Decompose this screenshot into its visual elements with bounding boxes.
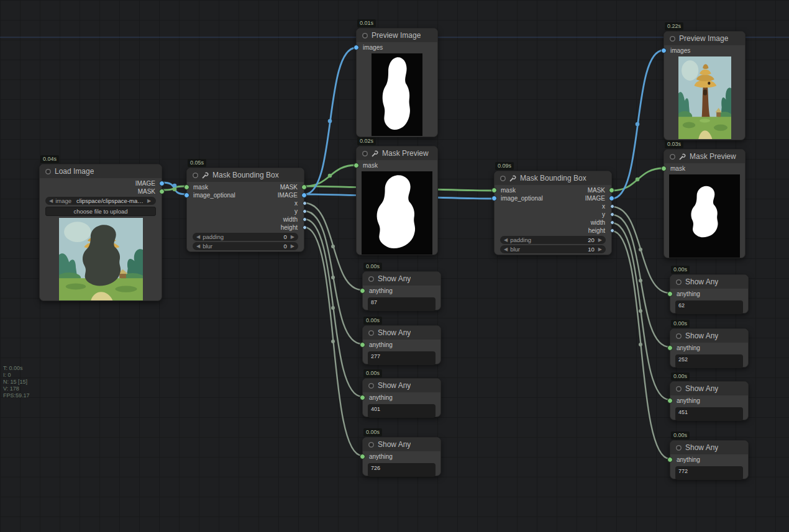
node-show-any-5[interactable]: 0.00s Show Any anything 62 bbox=[670, 274, 749, 313]
output-port-y[interactable] bbox=[610, 212, 614, 217]
node-titlebar[interactable]: Mask Preview bbox=[357, 147, 437, 160]
output-port-image[interactable] bbox=[159, 181, 165, 186]
node-show-any-6[interactable]: 0.00s Show Any anything 252 bbox=[670, 328, 749, 367]
decrement-arrow-icon[interactable]: ◀ bbox=[504, 245, 508, 253]
node-mask-bounding-box-2[interactable]: 0.09s Mask Bounding Box mask MASK image_… bbox=[494, 171, 612, 255]
next-value-arrow-icon[interactable]: ▶ bbox=[147, 197, 151, 205]
collapse-dot-icon[interactable] bbox=[670, 154, 675, 160]
node-titlebar[interactable]: Show Any bbox=[363, 379, 440, 392]
input-port-mask[interactable] bbox=[184, 184, 189, 190]
output-port-mask[interactable] bbox=[609, 187, 614, 193]
blur-widget[interactable]: ◀ blur 0 ▶ bbox=[193, 242, 298, 250]
collapse-dot-icon[interactable] bbox=[676, 279, 682, 285]
show-any-value[interactable]: 401 bbox=[368, 404, 436, 418]
output-port-x[interactable] bbox=[303, 201, 307, 205]
node-titlebar[interactable]: Show Any bbox=[363, 272, 440, 286]
show-any-value[interactable]: 62 bbox=[675, 300, 743, 314]
node-titlebar[interactable]: Show Any bbox=[363, 326, 440, 340]
node-show-any-2[interactable]: 0.00s Show Any anything 277 bbox=[362, 325, 441, 364]
collapse-dot-icon[interactable] bbox=[670, 36, 675, 42]
padding-widget[interactable]: ◀ padding 20 ▶ bbox=[500, 236, 606, 244]
collapse-dot-icon[interactable] bbox=[362, 33, 368, 38]
input-port-anything[interactable] bbox=[667, 345, 673, 351]
increment-arrow-icon[interactable]: ▶ bbox=[291, 242, 294, 250]
input-port-images[interactable] bbox=[661, 48, 667, 53]
collapse-dot-icon[interactable] bbox=[676, 445, 682, 451]
output-port-y[interactable] bbox=[303, 209, 307, 214]
blur-widget[interactable]: ◀ blur 10 ▶ bbox=[500, 245, 606, 253]
increment-arrow-icon[interactable]: ▶ bbox=[598, 245, 602, 253]
node-mask-preview-2[interactable]: 0.03s Mask Preview mask bbox=[664, 149, 746, 258]
input-port-anything[interactable] bbox=[667, 457, 673, 462]
show-any-value[interactable]: 451 bbox=[675, 407, 743, 421]
show-any-value[interactable]: 252 bbox=[675, 354, 743, 368]
input-port-mask[interactable] bbox=[491, 187, 497, 193]
collapse-dot-icon[interactable] bbox=[45, 169, 51, 174]
decrement-arrow-icon[interactable]: ◀ bbox=[196, 242, 200, 250]
node-show-any-1[interactable]: 0.00s Show Any anything 87 bbox=[362, 271, 441, 310]
node-titlebar[interactable]: Preview Image bbox=[357, 29, 437, 42]
output-port-width[interactable] bbox=[303, 217, 307, 222]
node-titlebar[interactable]: Show Any bbox=[670, 382, 748, 395]
output-port-image[interactable] bbox=[301, 192, 307, 198]
decrement-arrow-icon[interactable]: ◀ bbox=[196, 233, 200, 241]
image-combo-widget[interactable]: ◀ image clipspace/clipspace-mask-139318.… bbox=[45, 197, 156, 205]
collapse-dot-icon[interactable] bbox=[368, 330, 374, 336]
node-titlebar[interactable]: Preview Image bbox=[664, 32, 745, 45]
show-any-value[interactable]: 277 bbox=[368, 351, 436, 365]
node-mask-preview-1[interactable]: 0.02s Mask Preview mask bbox=[356, 146, 438, 255]
node-show-any-7[interactable]: 0.00s Show Any anything 451 bbox=[670, 381, 749, 420]
input-port-anything[interactable] bbox=[360, 342, 365, 348]
node-preview-image-2[interactable]: 0.22s Preview Image images bbox=[664, 31, 746, 140]
input-port-anything[interactable] bbox=[667, 398, 673, 404]
output-port-height[interactable] bbox=[610, 228, 614, 233]
node-mask-bounding-box-1[interactable]: 0.05s Mask Bounding Box mask MASK image_… bbox=[186, 168, 304, 252]
input-port-mask[interactable] bbox=[661, 166, 667, 171]
node-titlebar[interactable]: Mask Bounding Box bbox=[187, 168, 304, 182]
output-port-width[interactable] bbox=[610, 220, 614, 225]
collapse-dot-icon[interactable] bbox=[368, 383, 374, 389]
node-show-any-8[interactable]: 0.00s Show Any anything 772 bbox=[670, 440, 749, 479]
node-show-any-4[interactable]: 0.00s Show Any anything 726 bbox=[362, 437, 441, 476]
padding-widget[interactable]: ◀ padding 0 ▶ bbox=[193, 233, 298, 241]
node-titlebar[interactable]: Mask Preview bbox=[664, 150, 745, 163]
node-graph-canvas[interactable]: 0.04s Load Image IMAGE MASK ◀ image clip… bbox=[0, 0, 789, 532]
output-port-x[interactable] bbox=[610, 204, 614, 209]
input-port-mask[interactable] bbox=[353, 163, 359, 168]
input-port-image-optional[interactable] bbox=[491, 196, 497, 201]
show-any-value[interactable]: 726 bbox=[368, 463, 436, 477]
collapse-dot-icon[interactable] bbox=[676, 333, 682, 339]
upload-button[interactable]: choose file to upload bbox=[45, 207, 156, 216]
collapse-dot-icon[interactable] bbox=[368, 276, 374, 282]
output-port-height[interactable] bbox=[303, 225, 307, 230]
node-load-image[interactable]: 0.04s Load Image IMAGE MASK ◀ image clip… bbox=[39, 164, 162, 301]
collapse-dot-icon[interactable] bbox=[368, 442, 374, 448]
node-titlebar[interactable]: Show Any bbox=[670, 329, 748, 343]
show-any-value[interactable]: 87 bbox=[368, 297, 436, 311]
input-port-anything[interactable] bbox=[360, 454, 365, 459]
input-port-anything[interactable] bbox=[360, 395, 365, 400]
output-port-image[interactable] bbox=[609, 196, 614, 201]
input-port-anything[interactable] bbox=[667, 291, 673, 297]
increment-arrow-icon[interactable]: ▶ bbox=[291, 233, 294, 241]
prev-value-arrow-icon[interactable]: ◀ bbox=[49, 197, 53, 205]
collapse-dot-icon[interactable] bbox=[676, 386, 682, 392]
input-port-images[interactable] bbox=[353, 45, 359, 50]
increment-arrow-icon[interactable]: ▶ bbox=[598, 236, 602, 244]
collapse-dot-icon[interactable] bbox=[500, 176, 506, 181]
node-titlebar[interactable]: Mask Bounding Box bbox=[495, 171, 611, 185]
node-show-any-3[interactable]: 0.00s Show Any anything 401 bbox=[362, 378, 441, 417]
input-port-image-optional[interactable] bbox=[184, 192, 189, 198]
node-titlebar[interactable]: Show Any bbox=[670, 275, 748, 289]
show-any-value[interactable]: 772 bbox=[675, 466, 743, 480]
input-port-anything[interactable] bbox=[360, 288, 365, 294]
output-port-mask[interactable] bbox=[301, 184, 307, 190]
node-titlebar[interactable]: Load Image bbox=[40, 165, 162, 178]
output-port-mask[interactable] bbox=[159, 189, 165, 194]
decrement-arrow-icon[interactable]: ◀ bbox=[504, 236, 508, 244]
node-titlebar[interactable]: Show Any bbox=[363, 438, 440, 451]
node-preview-image-1[interactable]: 0.01s Preview Image images bbox=[356, 28, 438, 137]
collapse-dot-icon[interactable] bbox=[193, 173, 198, 178]
node-titlebar[interactable]: Show Any bbox=[670, 441, 748, 454]
collapse-dot-icon[interactable] bbox=[362, 151, 368, 156]
